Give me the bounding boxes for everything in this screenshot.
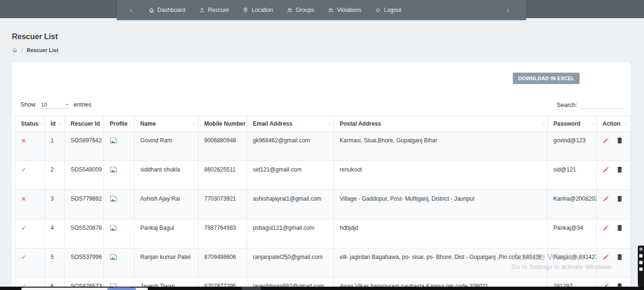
nav-item-label: Dashboard <box>157 7 186 13</box>
download-in-excel-button[interactable]: DOWNLOAD IN EXCEL <box>513 73 580 84</box>
person-icon <box>199 7 205 13</box>
status-active-icon: ✓ <box>21 166 26 173</box>
column-header-rescuer-id[interactable]: Rescuer Id↑↓ <box>65 116 104 132</box>
column-header-profile[interactable]: Profile↑↓ <box>104 116 135 132</box>
delete-button[interactable] <box>617 195 623 204</box>
sort-arrows-icon: ↑↓ <box>591 121 594 126</box>
broken-image-icon <box>110 166 117 173</box>
mobile-number-cell: 9006880948 <box>198 132 247 161</box>
search-label: Search: <box>557 102 577 108</box>
page-length-control: Show 10 ⌄ entries <box>21 100 92 109</box>
page-size-select[interactable]: 10 ⌄ <box>39 100 70 109</box>
edit-pencil-icon <box>602 225 609 231</box>
edit-button[interactable] <box>602 167 609 174</box>
status-inactive-icon: ✕ <box>21 195 26 203</box>
rescuer-id-cell: SOS520878 <box>65 219 104 248</box>
table-row: ✓2SOS548009siddhant shukla8602625511sid1… <box>15 161 631 190</box>
status-cell: ✕ <box>15 132 45 161</box>
sort-arrows-icon: ↑↓ <box>625 121 628 126</box>
widget-tile-icon <box>639 268 643 271</box>
action-cell <box>597 248 631 278</box>
id-cell: 3 <box>45 190 65 219</box>
mobile-number-cell: 7703073921 <box>198 190 247 219</box>
nav-item-label: Groups <box>296 7 314 13</box>
delete-trash-icon <box>617 225 623 231</box>
rescuer-id-cell: SOS537996 <box>65 248 104 278</box>
column-header-postal-address[interactable]: Postal Address↑↓ <box>334 116 548 132</box>
column-header-mobile-number[interactable]: Mobile Number↑↓ <box>198 116 247 132</box>
id-cell: 5 <box>45 248 65 278</box>
breadcrumb: / Rescuer List <box>12 47 58 53</box>
column-header-id[interactable]: Id↑↓ <box>45 116 65 132</box>
breadcrumb-current: Rescuer List <box>27 47 58 53</box>
email-cell: sid121@gmail.com <box>247 161 334 190</box>
sort-arrows-icon: ↑↓ <box>193 121 196 126</box>
mobile-number-cell: 8602625511 <box>198 161 247 190</box>
column-header-action[interactable]: Action↑↓ <box>597 116 631 132</box>
table-row: ✕3SOS779892Ashish Ajay Rai7703073921ashi… <box>15 190 631 219</box>
rescuer-id-cell: SOS779892 <box>65 190 104 219</box>
table-row: ✓4SOS520878Pankaj Bagul7887764983psbagul… <box>15 219 631 248</box>
nav-item-logout[interactable]: Logout <box>375 7 402 13</box>
delete-button[interactable] <box>617 254 623 262</box>
edit-button[interactable] <box>602 254 609 262</box>
password-cell: govind@123 <box>548 132 597 161</box>
delete-button[interactable] <box>617 166 623 174</box>
password-cell: sid@121 <box>548 161 597 190</box>
edit-pencil-icon <box>602 254 609 260</box>
nav-item-location[interactable]: Location <box>242 7 273 13</box>
column-header-name[interactable]: Name↑↓ <box>135 116 198 132</box>
taskbar-app-icon[interactable] <box>242 287 261 290</box>
nav-item-rescuer[interactable]: Rescuer <box>199 7 229 13</box>
rescuer-id-cell: SOS548009 <box>65 161 104 190</box>
name-cell: Ashish Ajay Rai <box>135 190 198 219</box>
postal-address-cell: vill- jagirdari Bagahawa, po- sisai, ps-… <box>334 248 548 278</box>
edit-button[interactable] <box>602 196 609 204</box>
edit-pencil-icon <box>602 167 609 173</box>
password-cell: Pankaj@34 <box>548 219 597 248</box>
column-header-status[interactable]: Status↑↓ <box>15 116 45 132</box>
status-inactive-icon: ✕ <box>21 137 26 144</box>
nav-item-groups[interactable]: Groups <box>287 7 314 13</box>
name-cell: Ranjan kumar Patel <box>135 248 198 278</box>
edit-button[interactable] <box>602 138 609 145</box>
sort-arrows-icon: ↑↓ <box>328 121 332 126</box>
nav-scroll-right-chevron-icon[interactable]: › <box>494 6 522 14</box>
home-icon[interactable] <box>12 47 18 53</box>
postal-address-cell: hdbjdjd <box>334 219 548 248</box>
nav-scroll-left-chevron-icon[interactable]: ‹ <box>117 6 145 14</box>
email-cell: ranjanpatel250@gmail.com <box>247 248 334 278</box>
password-cell: Ranjan@ 841427 <box>548 248 597 278</box>
people-alert-icon <box>328 7 334 13</box>
home-icon <box>148 7 155 13</box>
sort-arrows-icon: ↑↓ <box>39 121 42 126</box>
delete-trash-icon <box>617 137 623 144</box>
nav-item-dashboard[interactable]: Dashboard <box>148 7 186 13</box>
action-cell <box>597 190 631 219</box>
nav-item-label: Rescuer <box>208 7 229 13</box>
delete-button[interactable] <box>617 137 623 145</box>
search-input[interactable] <box>580 101 624 109</box>
nav-item-label: Location <box>251 7 273 13</box>
chevron-down-icon: ⌄ <box>64 101 70 106</box>
rescuer-id-cell: SOS897642 <box>65 132 104 161</box>
sort-arrows-icon: ↑↓ <box>542 121 545 126</box>
windows-taskbar[interactable] <box>0 287 644 290</box>
widget-gear-icon <box>639 247 643 251</box>
profile-cell <box>104 190 135 219</box>
profile-cell <box>104 132 135 161</box>
column-header-email-address[interactable]: Email Address↑↓ <box>247 116 334 132</box>
nav-item-violations[interactable]: Violations <box>328 7 362 13</box>
edit-button[interactable] <box>602 225 609 233</box>
delete-button[interactable] <box>617 225 623 233</box>
column-header-password[interactable]: Password↑↓ <box>548 116 597 132</box>
postal-address-cell: Karmasi, Sisai,Bhore, Gopalganj Bihar <box>334 132 548 161</box>
taskbar-search-icon <box>107 287 136 290</box>
id-cell: 2 <box>45 161 65 190</box>
profile-cell <box>104 219 135 248</box>
widget-tile-icon <box>639 261 643 264</box>
edge-panel-widget[interactable] <box>638 246 644 287</box>
people-icon <box>287 7 293 13</box>
entries-label: entries <box>73 101 92 108</box>
email-cell: psbagul121@gmail.com <box>247 219 334 248</box>
